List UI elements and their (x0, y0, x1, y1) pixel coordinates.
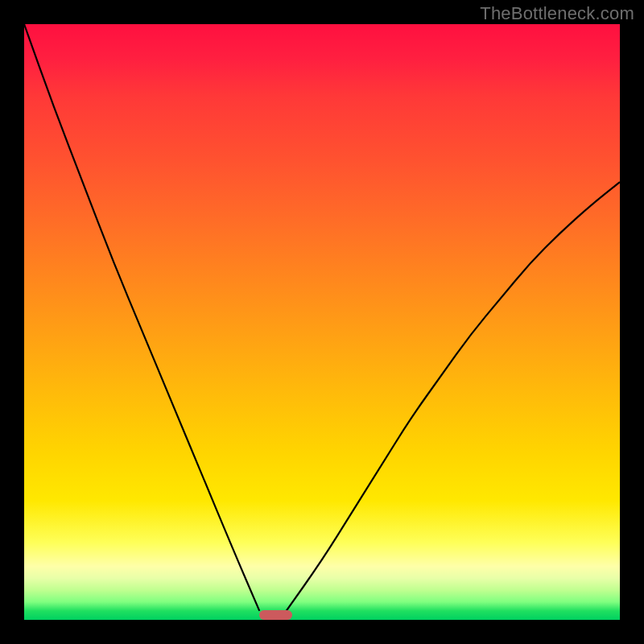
plot-area (24, 24, 620, 620)
watermark-text: TheBottleneck.com (480, 3, 634, 24)
optimal-marker (259, 610, 292, 620)
curve-right-branch (287, 182, 620, 611)
chart-frame: TheBottleneck.com (0, 0, 644, 644)
curve-left-branch (24, 24, 259, 611)
bottleneck-curve (24, 24, 620, 620)
